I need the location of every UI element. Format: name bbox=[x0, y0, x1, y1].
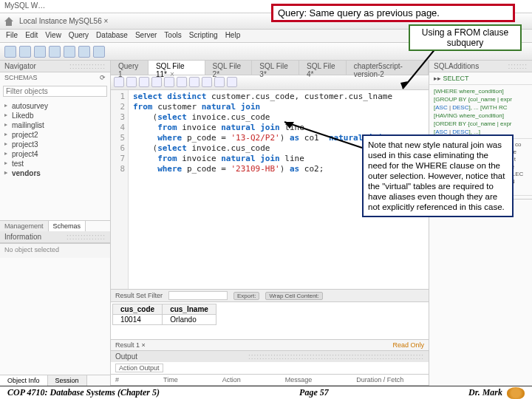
home-icon[interactable] bbox=[3, 16, 15, 27]
annotation-query: Query: Same query as previous page. bbox=[271, 4, 515, 22]
editor-tool-btn[interactable] bbox=[214, 77, 225, 87]
editor-tool-btn[interactable] bbox=[164, 77, 174, 87]
instance-tab[interactable]: Local Instance MySQL56 × bbox=[19, 17, 108, 25]
menu-query[interactable]: Query bbox=[69, 31, 89, 41]
result-grid[interactable]: cus_codecus_lname 10014Orlando bbox=[111, 302, 429, 339]
panel-dots-icon: ::::::::::::: bbox=[69, 62, 106, 70]
arrow-icon bbox=[281, 118, 369, 163]
editor-tool-btn[interactable] bbox=[151, 77, 162, 87]
menu-tools[interactable]: Tools bbox=[164, 31, 181, 41]
slide-footer: COP 4710: Database Systems (Chapter 5) P… bbox=[0, 386, 532, 399]
tab-sqlfile11[interactable]: SQL File 11*× bbox=[149, 61, 205, 75]
tab-query1[interactable]: Query 1 bbox=[111, 61, 149, 75]
annotation-text: Query: Same query as previous page. bbox=[278, 7, 440, 18]
result-tab[interactable]: Result 1 × bbox=[115, 341, 146, 349]
result-filter-input[interactable] bbox=[168, 291, 228, 300]
iconbar-btn[interactable] bbox=[4, 46, 16, 58]
menu-edit[interactable]: Edit bbox=[25, 31, 38, 41]
hint-line: [HAVING where_condition] bbox=[434, 112, 528, 120]
schema-item[interactable]: project2 bbox=[4, 130, 106, 140]
hint-line: [ORDER BY {col_name | expr bbox=[434, 120, 528, 128]
export-label[interactable]: Export: bbox=[233, 292, 259, 300]
schema-item[interactable]: autosurvey bbox=[4, 101, 106, 111]
editor-area: Query 1 SQL File 11*× SQL File 2* SQL Fi… bbox=[111, 61, 429, 386]
iconbar-btn[interactable] bbox=[49, 46, 61, 58]
navigator-header: Navigator ::::::::::::: bbox=[0, 61, 110, 72]
col-header[interactable]: cus_code bbox=[113, 304, 163, 315]
output-type-select[interactable]: Action Output bbox=[115, 364, 163, 372]
navigator-title: Navigator bbox=[4, 62, 36, 70]
navigator-bottom-tabs: Management Schemas bbox=[0, 220, 110, 231]
annotation-natural-join: Note that new style natural join was use… bbox=[362, 134, 514, 217]
out-col: Duration / Fetch bbox=[356, 376, 403, 383]
schema-tree[interactable]: autosurvey Likedb mailinglist project2 p… bbox=[0, 100, 110, 220]
svg-line-2 bbox=[284, 122, 362, 148]
menu-scripting[interactable]: Scripting bbox=[189, 31, 218, 41]
tab-object-info[interactable]: Object Info bbox=[0, 375, 48, 386]
annotation-from-clause: Using a FROM clause subquery bbox=[409, 24, 522, 51]
iconbar-btn[interactable] bbox=[64, 46, 75, 58]
schema-item[interactable]: mailinglist bbox=[4, 120, 106, 130]
col-header[interactable]: cus_lname bbox=[163, 304, 216, 315]
tab-sqlfile3[interactable]: SQL File 3* bbox=[252, 61, 299, 75]
schema-item[interactable]: test bbox=[4, 159, 106, 168]
readonly-badge: Read Only bbox=[392, 341, 424, 349]
editor-tool-btn[interactable] bbox=[189, 77, 200, 87]
footer-left: COP 4710: Database Systems (Chapter 5) bbox=[7, 387, 160, 398]
schema-item[interactable]: project4 bbox=[4, 149, 106, 159]
editor-tool-btn[interactable] bbox=[114, 77, 124, 87]
output-type-row: Action Output bbox=[111, 362, 429, 375]
output-header: Output :::::::::::::::::::::::::::::::::… bbox=[111, 350, 429, 362]
cell[interactable]: 10014 bbox=[113, 315, 163, 325]
no-object-text: No object selected bbox=[0, 243, 110, 258]
information-title: Information bbox=[4, 233, 41, 241]
out-col: Time bbox=[163, 376, 178, 383]
arrow-icon bbox=[399, 44, 443, 96]
panel-dots-icon: :::::::::::::: bbox=[66, 233, 106, 241]
tab-schemas[interactable]: Schemas bbox=[49, 221, 86, 231]
out-col: Action bbox=[222, 376, 241, 383]
query-tabs: Query 1 SQL File 11*× SQL File 2* SQL Fi… bbox=[111, 61, 429, 75]
schema-item[interactable]: project3 bbox=[4, 140, 106, 149]
tab-management[interactable]: Management bbox=[0, 221, 49, 231]
svg-line-0 bbox=[403, 48, 436, 89]
annotation-text: Using a FROM clause subquery bbox=[422, 27, 508, 48]
app-title: MySQL W… bbox=[4, 1, 45, 10]
editor-tool-btn[interactable] bbox=[126, 77, 137, 87]
filter-objects-input[interactable] bbox=[3, 86, 107, 97]
tab-sqlfile2[interactable]: SQL File 2* bbox=[205, 61, 253, 75]
information-header: Information :::::::::::::: bbox=[0, 231, 110, 243]
wrap-label[interactable]: Wrap Cell Content: bbox=[265, 292, 322, 300]
editor-tool-btn[interactable] bbox=[139, 77, 149, 87]
footer-right: Dr. Mark bbox=[468, 387, 502, 398]
editor-tool-btn[interactable] bbox=[202, 77, 212, 87]
schema-item[interactable]: vendors bbox=[4, 168, 106, 178]
out-col: # bbox=[115, 376, 119, 383]
iconbar-btn[interactable] bbox=[78, 46, 90, 58]
refresh-icon[interactable]: ⟳ bbox=[100, 74, 106, 81]
schemas-label: SCHEMAS bbox=[4, 74, 38, 81]
menu-help[interactable]: Help bbox=[225, 31, 241, 41]
cell[interactable]: Orlando bbox=[163, 315, 216, 325]
tab-session[interactable]: Session bbox=[48, 375, 87, 386]
output-columns: # Time Action Message Duration / Fetch bbox=[111, 375, 429, 386]
sqladditions-header: SQLAdditions ::::::: bbox=[429, 61, 532, 72]
iconbar-btn[interactable] bbox=[34, 46, 46, 58]
editor-tool-btn[interactable] bbox=[177, 77, 187, 87]
menu-server[interactable]: Server bbox=[135, 31, 157, 41]
menu-database[interactable]: Database bbox=[96, 31, 128, 41]
select-template: ▸▸ SELECT bbox=[429, 72, 532, 85]
iconbar-btn[interactable] bbox=[19, 46, 31, 58]
menu-file[interactable]: File bbox=[6, 31, 18, 41]
panel-dots-icon: ::::::: bbox=[508, 62, 528, 70]
close-icon[interactable]: × bbox=[170, 70, 174, 78]
editor-tool-btn[interactable] bbox=[227, 77, 237, 87]
hint-line: [WHERE where_condition] bbox=[434, 87, 528, 95]
schema-item[interactable]: Likedb bbox=[4, 111, 106, 120]
tab-sqlfile4[interactable]: SQL File 4* bbox=[299, 61, 347, 75]
menu-view[interactable]: View bbox=[45, 31, 61, 41]
sql-additions-panel: SQLAdditions ::::::: ▸▸ SELECT [WHERE wh… bbox=[429, 61, 532, 386]
result-filter-label: Result Set Filter bbox=[115, 292, 163, 299]
navigator-panel: Navigator ::::::::::::: SCHEMAS ⟳ autosu… bbox=[0, 61, 111, 386]
iconbar-btn[interactable] bbox=[93, 46, 105, 58]
